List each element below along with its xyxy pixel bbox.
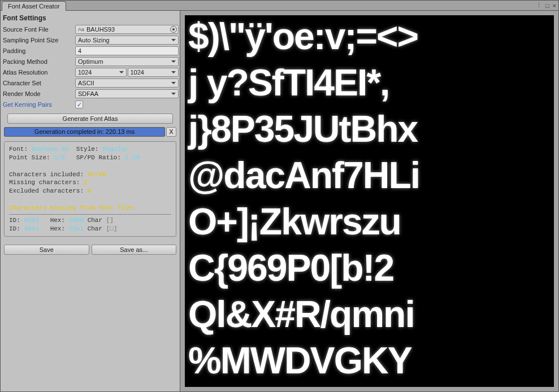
progress-bar: Generation completed in: 220.13 ms (4, 127, 165, 137)
window-close-icon[interactable]: × (553, 2, 556, 9)
tab-font-asset-creator[interactable]: Font Asset Creator (2, 1, 66, 11)
sampling-dropdown[interactable]: Auto Sizing (75, 36, 179, 45)
font-settings-header: Font Settings (2, 12, 179, 24)
source-font-value: BAUHS93 (86, 26, 115, 33)
atlas-glyph-row: @dacAnf7HLi (188, 156, 551, 194)
settings-panel: Font Settings Source Font File Aa BAUHS9… (1, 11, 180, 391)
atlas-height-dropdown[interactable]: 1024 (128, 68, 179, 77)
render-mode-label: Render Mode (2, 90, 75, 97)
generation-report: Font: Bauhaus 93 Style: Regular Point Si… (4, 141, 176, 237)
window-menu-icon[interactable]: ⋮ (536, 2, 542, 9)
cancel-button[interactable]: X (166, 127, 176, 137)
generate-button[interactable]: Generate Font Atlas (7, 114, 173, 124)
source-font-field[interactable]: Aa BAUHS93 (75, 25, 179, 34)
padding-label: Padding (2, 47, 75, 54)
atlas-width-dropdown[interactable]: 1024 (75, 68, 127, 77)
atlas-glyph-row: j y?SfTI4EI*, (188, 64, 551, 101)
padding-input[interactable]: 4 (75, 46, 179, 55)
charset-dropdown[interactable]: ASCII (75, 79, 179, 88)
charset-label: Character Set (2, 80, 75, 86)
preview-panel: $)\"ÿ'oe:v;=<>j y?SfTI4EI*,j}8P35JUtBhx@… (180, 11, 558, 391)
render-mode-dropdown[interactable]: SDFAA (75, 89, 179, 98)
save-button[interactable]: Save (4, 245, 89, 255)
atlas-glyph-row: $)\"ÿ'oe:v;=<> (188, 18, 551, 55)
packing-label: Packing Method (2, 58, 75, 65)
sampling-label: Sampling Point Size (2, 37, 75, 43)
atlas-glyph-row: %MWDVGKY (188, 342, 551, 379)
source-font-label: Source Font File (2, 26, 75, 33)
atlas-glyph-row: Ql&X#R/qmni (188, 295, 551, 333)
window-maximize-icon[interactable]: □ (545, 2, 549, 9)
atlas-glyph-row: C{969P0[b!2 (188, 249, 551, 286)
atlas-glyph-row: j}8P35JUtBhx (188, 110, 551, 147)
font-icon: Aa (78, 27, 84, 32)
atlas-glyph-row: O+]¡Zkwrszu (188, 203, 551, 240)
object-picker-icon[interactable] (170, 26, 177, 33)
kerning-label: Get Kerning Pairs (2, 101, 75, 108)
tab-bar: Font Asset Creator ⋮ □ × (1, 1, 558, 11)
save-as-button[interactable]: Save as... (92, 245, 177, 255)
font-atlas-preview: $)\"ÿ'oe:v;=<>j y?SfTI4EI*,j}8P35JUtBhx@… (185, 15, 554, 387)
kerning-checkbox[interactable]: ✓ (75, 101, 83, 108)
packing-dropdown[interactable]: Optimum (75, 57, 179, 66)
atlas-res-label: Atlas Resolution (2, 69, 75, 76)
